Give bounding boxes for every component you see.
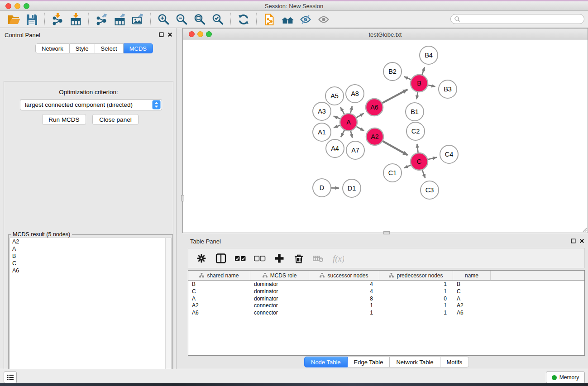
edge-A-A1[interactable] (334, 125, 340, 128)
export-network-icon[interactable] (92, 12, 110, 27)
result-item[interactable]: C (10, 260, 171, 267)
node-C1[interactable]: C1 (383, 164, 402, 182)
node-C3[interactable]: C3 (421, 181, 439, 199)
node-A2[interactable]: A2 (366, 128, 383, 145)
left-edge-resize-grip[interactable] (181, 195, 184, 201)
close-panel-icon[interactable] (167, 32, 172, 37)
node-B2[interactable]: B2 (383, 62, 402, 81)
table-row[interactable]: Bdominator41B (188, 281, 584, 288)
column-header-shared-name[interactable]: shared name (188, 271, 250, 280)
import-table-icon[interactable] (67, 12, 85, 27)
export-table-icon[interactable] (110, 12, 129, 27)
deselect-all-columns-icon[interactable] (252, 251, 268, 266)
node-D[interactable]: D (313, 179, 331, 197)
node-table[interactable]: shared nameMCDS rolesuccessor nodesprede… (188, 270, 585, 356)
node-A3[interactable]: A3 (313, 102, 331, 120)
edge-A-A4[interactable] (341, 130, 344, 137)
new-network-icon[interactable] (260, 12, 278, 27)
result-scrollbar[interactable] (165, 238, 171, 386)
show-panel-eye-icon[interactable] (315, 12, 333, 27)
tab-select[interactable]: Select (95, 43, 124, 53)
table-row[interactable]: Adominator80A (188, 295, 584, 302)
edge-A-A2[interactable] (356, 126, 364, 131)
column-header-predecessor-nodes[interactable]: predecessor nodes (379, 271, 453, 280)
node-C4[interactable]: C4 (440, 145, 458, 163)
edge-A6-B[interactable] (382, 90, 408, 103)
edge-A-A8[interactable] (350, 106, 352, 114)
task-history-button[interactable] (4, 372, 17, 383)
open-session-icon[interactable] (5, 12, 23, 27)
node-A8[interactable]: A8 (346, 85, 364, 103)
tab-node-table[interactable]: Node Table (304, 357, 348, 367)
bottom-edge-resize-grip[interactable] (383, 231, 390, 234)
edge-B-B3[interactable] (428, 85, 435, 87)
hide-panel-eye-slash-icon[interactable] (296, 12, 315, 27)
edge-B-B2[interactable] (404, 76, 411, 80)
delete-column-icon[interactable] (291, 251, 306, 266)
zoom-out-icon[interactable] (172, 12, 191, 27)
edge-C-C4[interactable] (428, 157, 437, 160)
tab-edge-table[interactable]: Edge Table (348, 357, 390, 367)
run-mcds-button[interactable]: Run MCDS (42, 114, 86, 125)
table-row[interactable]: Cdominator41C (188, 288, 584, 295)
search-box[interactable] (450, 14, 584, 24)
result-item[interactable]: B (10, 253, 171, 260)
tab-motifs[interactable]: Motifs (440, 357, 469, 367)
home-icon[interactable] (278, 12, 296, 27)
result-item[interactable]: A2 (10, 238, 171, 245)
tab-mcds[interactable]: MCDS (124, 43, 153, 53)
edge-B-B1[interactable] (416, 92, 418, 100)
zoom-fit-icon[interactable] (191, 12, 209, 27)
select-all-columns-icon[interactable] (233, 251, 248, 266)
node-A7[interactable]: A7 (346, 141, 364, 159)
refresh-layout-icon[interactable] (234, 12, 253, 27)
tab-network[interactable]: Network (35, 43, 70, 53)
network-window-titlebar[interactable]: testGlobe.txt (183, 29, 588, 40)
table-row[interactable]: A2connector11A2 (188, 302, 584, 309)
node-A1[interactable]: A1 (313, 123, 331, 141)
import-network-icon[interactable] (48, 12, 67, 27)
edge-A-A3[interactable] (334, 116, 341, 119)
node-B4[interactable]: B4 (420, 46, 438, 64)
edge-C-C1[interactable] (404, 165, 411, 168)
node-B[interactable]: B (411, 75, 428, 92)
search-input[interactable] (460, 15, 584, 23)
edge-A2-C[interactable] (382, 141, 408, 155)
result-item[interactable]: A (10, 245, 171, 253)
toggle-panel-columns-icon[interactable] (213, 251, 229, 266)
add-column-icon[interactable] (272, 251, 287, 266)
window-resize-grip-icon[interactable] (582, 227, 587, 232)
memory-button[interactable]: Memory (546, 372, 585, 383)
result-item[interactable]: A6 (10, 267, 171, 274)
float-panel-icon[interactable] (159, 32, 164, 37)
tab-style[interactable]: Style (70, 43, 95, 53)
node-D1[interactable]: D1 (343, 179, 361, 197)
node-C2[interactable]: C2 (406, 122, 425, 140)
mcds-result-list[interactable]: A2ABCA6 (10, 238, 172, 386)
node-B1[interactable]: B1 (406, 103, 424, 121)
node-A5[interactable]: A5 (325, 87, 344, 105)
edge-A-A7[interactable] (351, 131, 353, 138)
network-canvas[interactable]: A5 A8 A3 A6 A A1 A4 A7 A2 B2 B4 B B3 (183, 40, 588, 233)
table-row[interactable]: A6connector11A6 (188, 309, 584, 316)
float-table-panel-icon[interactable] (571, 238, 576, 243)
node-C[interactable]: C (411, 153, 428, 170)
node-B3[interactable]: B3 (439, 80, 457, 98)
edge-C-C2[interactable] (417, 144, 418, 153)
save-session-icon[interactable] (23, 12, 41, 27)
node-A4[interactable]: A4 (326, 139, 344, 157)
column-header-name[interactable]: name (453, 271, 491, 280)
table-settings-gear-icon[interactable] (194, 251, 209, 266)
edge-A-A6[interactable] (356, 114, 363, 118)
edge-B-B4[interactable] (422, 67, 425, 76)
node-A6[interactable]: A6 (366, 99, 383, 116)
tab-network-table[interactable]: Network Table (390, 357, 440, 367)
node-A[interactable]: A (340, 114, 357, 131)
criterion-dropdown[interactable]: largest connected component (directed) (20, 99, 162, 110)
close-panel-button[interactable]: Close panel (92, 114, 139, 125)
column-header-MCDS-role[interactable]: MCDS role (250, 271, 309, 280)
close-table-panel-icon[interactable] (579, 238, 584, 243)
zoom-in-icon[interactable] (154, 12, 172, 27)
export-image-icon[interactable] (129, 12, 147, 27)
zoom-selected-icon[interactable] (209, 12, 227, 27)
